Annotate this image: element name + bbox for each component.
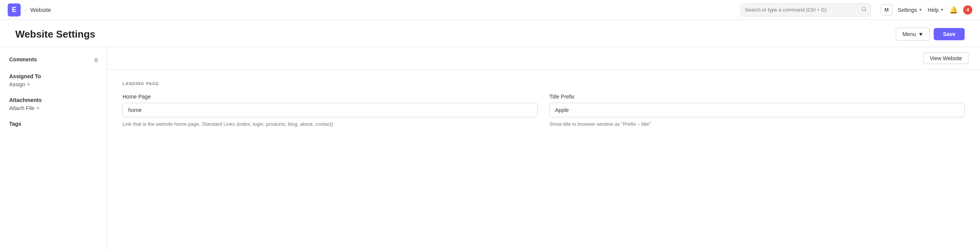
bell-icon[interactable]: 🔔 [949,6,958,14]
comments-section: Comments 0 [9,56,98,64]
content-body: LANDING PAGE Home Page Link that is the … [107,70,980,140]
sidebar: Comments 0 Assigned To Assign + Attachme… [0,47,107,250]
attach-plus-icon: + [36,105,39,112]
assigned-to-label: Assigned To [9,73,98,79]
save-button[interactable]: Save [934,28,965,40]
title-prefix-group: Title Prefix Show title in browser windo… [549,94,965,128]
content-topbar: View Website [107,47,980,70]
view-website-button[interactable]: View Website [923,53,969,64]
search-input[interactable] [745,7,859,13]
home-page-group: Home Page Link that is the website home … [122,94,538,128]
tags-label: Tags [9,121,98,127]
page-header: Website Settings Menu ▼ Save [0,20,980,47]
attachments-label: Attachments [9,97,98,103]
attachments-section: Attachments Attach File + [9,97,98,112]
main-layout: Comments 0 Assigned To Assign + Attachme… [0,47,980,250]
comments-count: 0 [95,57,98,63]
page-title: Website Settings [15,28,95,40]
settings-caret-icon: ▼ [918,8,922,12]
title-prefix-input[interactable] [549,103,965,117]
assigned-to-section: Assigned To Assign + [9,73,98,88]
search-icon [861,7,867,13]
topnav: E › Website M Settings ▼ Help ▼ 🔔 4 [0,0,980,20]
landing-page-heading: LANDING PAGE [122,81,965,86]
avatar[interactable]: M [881,4,892,16]
assign-plus-icon: + [27,81,30,88]
settings-menu[interactable]: Settings ▼ [898,7,923,13]
help-caret-icon: ▼ [940,8,944,12]
tags-section: Tags [9,121,98,127]
title-prefix-label: Title Prefix [549,94,965,100]
svg-line-1 [865,10,866,12]
svg-point-0 [862,7,866,11]
breadcrumb-arrow: › [24,7,26,13]
app-icon[interactable]: E [8,3,21,16]
title-prefix-hint: Show title in browser window as "Prefix … [549,120,965,128]
menu-button[interactable]: Menu ▼ [896,28,930,41]
assign-link[interactable]: Assign + [9,81,98,88]
home-page-label: Home Page [122,94,538,100]
home-page-hint: Link that is the website home page. Stan… [122,120,538,128]
breadcrumb-label: Website [30,7,51,13]
nav-right: M Settings ▼ Help ▼ 🔔 4 [881,4,972,16]
search-container[interactable] [741,3,871,16]
header-actions: Menu ▼ Save [896,28,965,41]
menu-caret-icon: ▼ [918,31,923,37]
comments-label: Comments [9,56,37,62]
content-area: View Website LANDING PAGE Home Page Link… [107,47,980,250]
home-page-input[interactable] [122,103,538,117]
landing-page-form: Home Page Link that is the website home … [122,94,965,128]
attach-file-link[interactable]: Attach File + [9,105,98,112]
help-menu[interactable]: Help ▼ [928,7,944,13]
notification-badge[interactable]: 4 [963,5,972,15]
